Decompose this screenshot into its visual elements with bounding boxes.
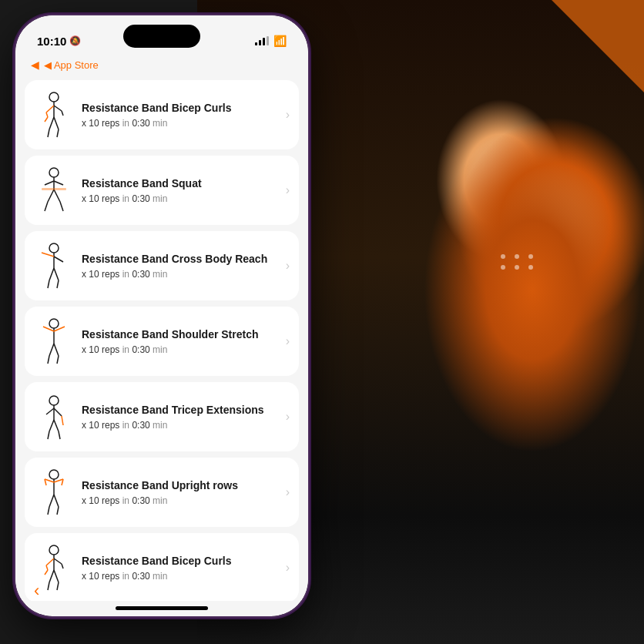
exercise-reps: x 10 reps	[82, 571, 119, 582]
exercise-info: Resistance Band Bicep Curls x 10 reps in…	[82, 101, 278, 129]
exercise-meta-separator: in	[122, 344, 132, 355]
svg-point-28	[49, 319, 59, 328]
exercise-time: 0:30	[132, 193, 149, 204]
svg-line-8	[48, 129, 49, 137]
status-bar: 10:10 🔕 📶	[15, 15, 308, 55]
exercise-meta: x 10 reps in 0:30 min	[82, 571, 278, 582]
exercise-name: Resistance Band Bicep Curls	[82, 554, 278, 568]
exercise-figure	[34, 468, 74, 516]
exercise-reps: x 10 reps	[82, 495, 119, 506]
app-store-nav: ◀ ◀ App Store	[15, 55, 308, 77]
exercise-figure	[34, 91, 74, 139]
exercise-meta-separator: in	[122, 495, 132, 506]
svg-line-3	[46, 112, 48, 117]
svg-point-36	[49, 396, 59, 405]
app-store-label: ◀ App Store	[44, 59, 99, 71]
exercise-figure	[34, 317, 74, 365]
back-navigation-button[interactable]: ‹	[34, 581, 39, 601]
exercise-list-item[interactable]: Resistance Band Tricep Extensions x 10 r…	[25, 382, 299, 451]
chevron-left-icon: ◀	[31, 59, 39, 71]
exercise-time: 0:30	[132, 571, 149, 582]
svg-line-62	[54, 570, 59, 582]
svg-line-53	[48, 507, 49, 515]
exercise-name: Resistance Band Bicep Curls	[82, 101, 278, 115]
exercise-reps: x 10 reps	[82, 118, 119, 129]
svg-line-27	[57, 280, 59, 288]
svg-line-40	[46, 408, 54, 414]
time-display: 10:10	[37, 35, 66, 48]
svg-line-64	[57, 582, 59, 590]
chevron-right-icon: ›	[286, 259, 290, 273]
exercise-name: Resistance Band Tricep Extensions	[82, 403, 278, 417]
svg-line-23	[54, 257, 63, 262]
chevron-right-icon: ›	[286, 485, 290, 499]
svg-line-15	[48, 190, 54, 202]
svg-line-14	[54, 181, 63, 185]
svg-line-57	[46, 558, 54, 565]
exercise-info: Resistance Band Upright rows x 10 reps i…	[82, 478, 278, 506]
svg-line-43	[48, 431, 49, 439]
svg-line-4	[54, 106, 62, 111]
svg-point-20	[49, 243, 59, 253]
svg-line-42	[54, 420, 59, 431]
svg-point-0	[49, 92, 59, 102]
exercise-name: Resistance Band Cross Body Reach	[82, 252, 278, 266]
svg-line-47	[45, 479, 54, 482]
exercise-figure	[34, 242, 74, 290]
chevron-right-icon: ›	[286, 561, 290, 575]
exercise-time: 0:30	[132, 495, 149, 506]
exercise-list-item[interactable]: Resistance Band Cross Body Reach x 10 re…	[25, 231, 299, 300]
exercise-info: Resistance Band Squat x 10 reps in 0:30 …	[82, 176, 278, 204]
exercise-list-item[interactable]: Resistance Band Squat x 10 reps in 0:30 …	[25, 156, 299, 225]
exercise-list-item[interactable]: Resistance Band Bicep Curls x 10 reps in…	[25, 533, 299, 601]
svg-line-63	[48, 582, 49, 590]
exercise-meta-separator: in	[122, 269, 132, 280]
svg-line-44	[59, 431, 60, 439]
phone-device: 10:10 🔕 📶 ◀ ◀ App	[15, 15, 324, 629]
exercise-reps: x 10 reps	[82, 344, 119, 355]
exercise-meta-separator: in	[122, 118, 132, 129]
exercise-time-unit: min	[153, 571, 167, 582]
svg-line-54	[57, 507, 59, 515]
svg-line-7	[54, 117, 59, 129]
exercise-time-unit: min	[153, 420, 167, 431]
exercise-list-item[interactable]: Resistance Band Upright rows x 10 reps i…	[25, 458, 299, 527]
exercise-name: Resistance Band Shoulder Stretch	[82, 327, 278, 341]
svg-line-59	[54, 558, 62, 564]
exercise-meta-separator: in	[122, 193, 132, 204]
svg-line-5	[62, 111, 63, 116]
exercise-info: Resistance Band Bicep Curls x 10 reps in…	[82, 554, 278, 582]
exercise-list-item[interactable]: Resistance Band Bicep Curls x 10 reps in…	[25, 80, 299, 149]
svg-line-6	[49, 117, 54, 129]
chevron-right-icon: ›	[286, 334, 290, 348]
svg-line-33	[54, 344, 59, 356]
svg-line-52	[54, 495, 59, 507]
app-store-back-button[interactable]: ◀ ◀ App Store	[31, 59, 99, 71]
exercise-info: Resistance Band Shoulder Stretch x 10 re…	[82, 327, 278, 355]
notification-bell-icon: 🔕	[69, 35, 81, 46]
svg-line-10	[45, 117, 48, 122]
exercise-name: Resistance Band Squat	[82, 176, 278, 190]
exercise-time: 0:30	[132, 269, 149, 280]
exercise-meta: x 10 reps in 0:30 min	[82, 269, 278, 280]
orange-triangle-decoration	[552, 0, 644, 92]
svg-line-58	[46, 565, 48, 570]
exercise-time-unit: min	[153, 344, 167, 355]
status-icons: 📶	[255, 35, 287, 47]
svg-line-9	[57, 129, 59, 137]
exercise-reps: x 10 reps	[82, 193, 119, 204]
svg-line-18	[60, 202, 63, 211]
svg-point-55	[49, 545, 59, 555]
svg-line-61	[49, 570, 54, 582]
home-indicator	[116, 606, 208, 610]
exercise-info: Resistance Band Tricep Extensions x 10 r…	[82, 403, 278, 431]
exercise-list[interactable]: Resistance Band Bicep Curls x 10 reps in…	[15, 77, 308, 601]
svg-point-11	[49, 168, 59, 177]
exercise-meta: x 10 reps in 0:30 min	[82, 495, 278, 506]
svg-line-39	[62, 416, 63, 425]
svg-line-34	[48, 356, 49, 364]
exercise-list-item[interactable]: Resistance Band Shoulder Stretch x 10 re…	[25, 307, 299, 376]
svg-line-60	[62, 564, 63, 569]
signal-bars-icon	[255, 36, 269, 45]
exercise-time-unit: min	[153, 495, 167, 506]
